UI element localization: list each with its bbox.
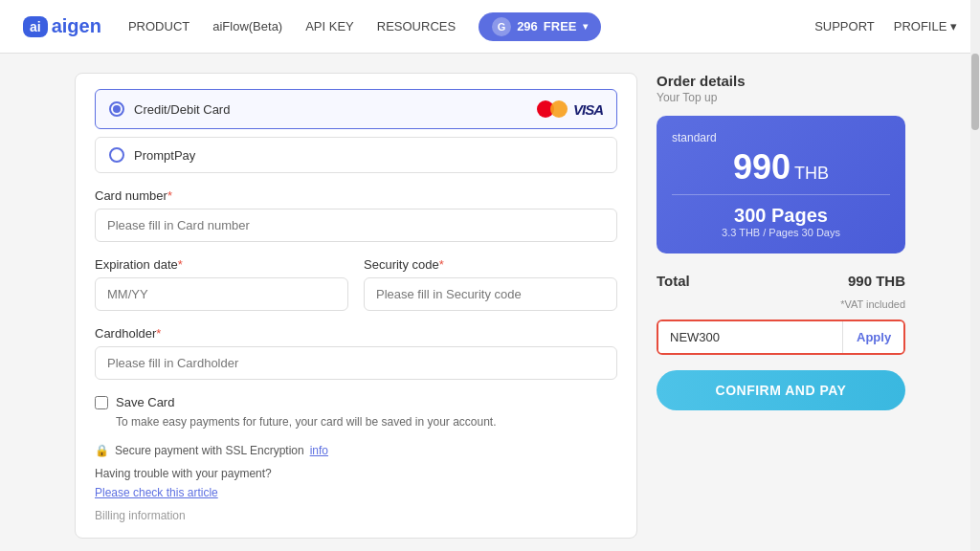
plan-price-row: 990 THB [672, 150, 890, 185]
mastercard-logo [537, 99, 568, 119]
plan-rate: 3.3 THB / Pages 30 Days [672, 227, 890, 238]
plan-currency: THB [794, 164, 829, 183]
nav-support[interactable]: SUPPORT [814, 19, 875, 33]
trouble-link[interactable]: Please check this article [95, 486, 218, 499]
payment-methods: Credit/Debit Card VISA PromptPay [95, 89, 617, 173]
plan-divider [672, 194, 890, 195]
total-row: Total 990 THB [657, 267, 905, 295]
required-star: * [167, 188, 172, 203]
expiry-security-row: Expiration date* Security code* [95, 257, 617, 326]
nav-resources[interactable]: RESOURCES [377, 19, 456, 33]
plan-price: 990 [733, 147, 791, 187]
expiry-label: Expiration date* [95, 257, 348, 272]
credits-label: FREE [544, 19, 577, 33]
logo-text: aigen [52, 15, 101, 37]
vat-note: *VAT included [657, 298, 905, 310]
payment-option-promptpay[interactable]: PromptPay [95, 137, 617, 173]
order-details-subtitle: Your Top up [657, 91, 905, 104]
card-number-group: Card number* [95, 188, 617, 242]
save-card-checkbox[interactable] [95, 396, 108, 409]
billing-info: Billing information [95, 509, 617, 522]
payment-option-card[interactable]: Credit/Debit Card VISA [95, 89, 617, 129]
order-details-title: Order details [657, 73, 905, 89]
nav-product[interactable]: PRODUCT [128, 19, 189, 33]
save-card-row: Save Card [95, 395, 617, 409]
cardholder-input[interactable] [95, 346, 617, 380]
credits-icon: G [492, 17, 511, 36]
plan-name: standard [672, 131, 890, 144]
nav-right: SUPPORT PROFILE ▾ [814, 19, 957, 33]
trouble-text: Having trouble with your payment? [95, 467, 617, 480]
credits-amount: 296 [517, 19, 538, 33]
navbar: ai aigen PRODUCT aiFlow(Beta) API KEY RE… [0, 0, 980, 54]
expiry-group: Expiration date* [95, 257, 348, 311]
plan-pages: 300 Pages [672, 205, 890, 227]
cardholder-group: Cardholder* [95, 326, 617, 380]
security-label: Security code* [364, 257, 617, 272]
ssl-link[interactable]: info [310, 444, 328, 457]
total-label: Total [657, 273, 690, 289]
promo-apply-button[interactable]: Apply [842, 321, 904, 353]
card-number-input[interactable] [95, 209, 617, 242]
nav-profile[interactable]: PROFILE ▾ [894, 19, 957, 33]
cardholder-label: Cardholder* [95, 326, 617, 341]
expiry-input[interactable] [95, 277, 348, 311]
nav-links: PRODUCT aiFlow(Beta) API KEY RESOURCES G… [128, 12, 788, 41]
payment-promptpay-label: PromptPay [134, 148, 195, 163]
payment-form-panel: Credit/Debit Card VISA PromptPay Card nu… [75, 73, 637, 539]
confirm-pay-button[interactable]: CONFIRM AND PAY [657, 370, 905, 410]
radio-promptpay [109, 147, 124, 163]
logo-icon: ai [23, 16, 48, 37]
security-input[interactable] [364, 277, 617, 311]
lock-icon: 🔒 [95, 444, 109, 457]
card-logos: VISA [537, 99, 603, 119]
main-content: Credit/Debit Card VISA PromptPay Card nu… [59, 54, 921, 551]
credits-dropdown-icon: ▾ [583, 21, 588, 32]
total-amount: 990 THB [848, 273, 905, 289]
save-card-label: Save Card [116, 395, 174, 409]
credits-badge[interactable]: G 296 FREE ▾ [479, 12, 600, 41]
scroll-thumb[interactable] [971, 54, 979, 130]
logo[interactable]: ai aigen [23, 15, 101, 37]
ssl-text: Secure payment with SSL Encryption [115, 444, 304, 457]
nav-aiflow[interactable]: aiFlow(Beta) [212, 19, 282, 33]
radio-card [109, 101, 124, 117]
ssl-info: 🔒 Secure payment with SSL Encryption inf… [95, 444, 617, 457]
scrollbar[interactable] [970, 0, 980, 551]
plan-card: standard 990 THB 300 Pages 3.3 THB / Pag… [657, 116, 905, 253]
visa-logo: VISA [573, 101, 603, 118]
promo-input[interactable] [658, 321, 842, 353]
security-group: Security code* [364, 257, 617, 311]
nav-apikey[interactable]: API KEY [305, 19, 354, 33]
payment-card-label: Credit/Debit Card [134, 102, 230, 117]
order-details-panel: Order details Your Top up standard 990 T… [657, 73, 905, 410]
card-number-label: Card number* [95, 188, 617, 203]
promo-code-row: Apply [657, 320, 905, 355]
save-card-description: To make easy payments for future, your c… [116, 415, 617, 429]
